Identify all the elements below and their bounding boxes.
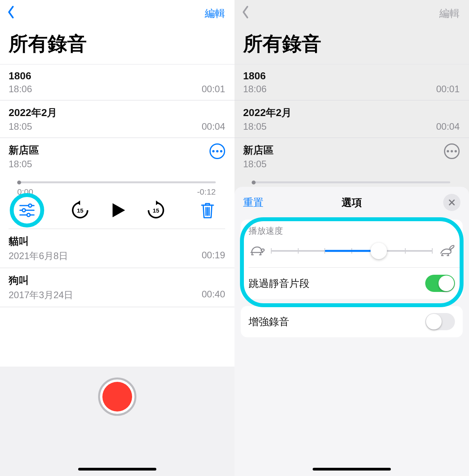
svg-marker-6	[77, 200, 80, 205]
skip-forward-15-button[interactable]: 15	[146, 200, 166, 220]
skip-silence-label: 跳過靜音片段	[249, 277, 310, 290]
reset-button[interactable]: 重置	[243, 196, 263, 209]
speed-row	[241, 239, 463, 267]
more-options-button[interactable]	[209, 143, 225, 159]
skip-silence-toggle[interactable]	[425, 275, 455, 292]
recording-time: 18:05	[243, 121, 267, 132]
ellipsis-icon	[447, 150, 457, 152]
more-options-button[interactable]	[444, 143, 460, 159]
sheet-header: 重置 選項	[241, 192, 463, 213]
enhance-row: 增強錄音	[241, 306, 463, 337]
record-bar	[0, 367, 234, 476]
recordings-list: 1806 18:0600:01 2022年2月 18:0500:04 新店區 1…	[234, 64, 469, 197]
recording-time: 18:05	[9, 121, 32, 132]
svg-point-3	[22, 209, 25, 212]
recording-row[interactable]: 2022年2月 18:0500:04	[234, 100, 469, 138]
recording-title: 1806	[9, 70, 225, 82]
sheet-title: 選項	[342, 196, 362, 209]
enhance-toggle[interactable]	[425, 313, 455, 330]
hare-icon	[439, 243, 455, 259]
recording-title: 貓叫	[9, 234, 225, 248]
playback-controls: 15 15	[9, 197, 225, 229]
delete-button[interactable]	[199, 201, 216, 219]
playback-settings-button[interactable]	[17, 200, 37, 220]
time-remaining: -0:12	[197, 187, 216, 197]
edit-button[interactable]: 編輯	[439, 7, 460, 20]
recording-duration: 00:04	[202, 121, 225, 132]
svg-point-16	[450, 250, 451, 251]
recording-title: 2022年2月	[9, 106, 225, 120]
svg-marker-9	[156, 200, 159, 205]
playback-speed-slider[interactable]	[271, 245, 432, 256]
recording-title: 新店區	[9, 143, 39, 157]
nav-bar: 編輯	[234, 0, 469, 23]
playback-speed-label: 播放速度	[241, 220, 463, 239]
recording-duration: 00:01	[436, 84, 460, 95]
recording-date: 2017年3月24日	[9, 289, 73, 301]
recording-title: 新店區	[243, 143, 274, 157]
tortoise-icon	[249, 243, 265, 259]
recording-title: 1806	[243, 70, 460, 82]
recording-row[interactable]: 貓叫 2021年6月8日00:19	[0, 229, 234, 268]
page-title: 所有錄音	[9, 31, 234, 57]
edit-button[interactable]: 編輯	[205, 7, 225, 20]
enhance-label: 增強錄音	[249, 315, 289, 329]
svg-point-1	[29, 204, 32, 207]
recording-time: 18:06	[9, 84, 32, 95]
svg-marker-8	[113, 203, 125, 217]
recording-time: 18:05	[9, 159, 32, 170]
close-button[interactable]	[443, 194, 460, 211]
speed-skip-card: 播放速度	[241, 220, 463, 299]
enhance-card: 增強錄音	[241, 306, 463, 337]
time-elapsed: 0:00	[17, 187, 33, 197]
back-button[interactable]	[7, 5, 15, 21]
recording-title: 狗叫	[9, 274, 225, 287]
recordings-list: 1806 18:0600:01 2022年2月 18:0500:04 新店區 1…	[0, 64, 234, 307]
recording-duration: 00:01	[202, 84, 225, 95]
home-indicator[interactable]	[313, 468, 391, 471]
options-sheet: 重置 選項 播放速度	[234, 187, 469, 476]
recording-duration: 00:40	[202, 289, 225, 301]
left-screen: 編輯 所有錄音 1806 18:0600:01 2022年2月 18:0500:…	[0, 0, 234, 476]
page-title: 所有錄音	[243, 31, 469, 57]
recording-row[interactable]: 2022年2月 18:0500:04	[0, 100, 234, 138]
recording-duration: 00:19	[202, 250, 225, 262]
recording-row[interactable]: 1806 18:0600:01	[234, 64, 469, 100]
recording-duration: 00:04	[436, 121, 460, 132]
playback-scrubber[interactable]: 0:00-0:12	[17, 181, 216, 197]
skip-back-15-button[interactable]: 15	[70, 200, 90, 220]
play-button[interactable]	[109, 201, 127, 220]
recording-date: 2021年6月8日	[9, 250, 68, 262]
recording-row[interactable]: 狗叫 2017年3月24日00:40	[0, 268, 234, 307]
recording-row-expanded: 新店區 18:05 0:00-0:12	[0, 138, 234, 229]
record-button[interactable]	[98, 378, 136, 416]
svg-point-5	[27, 213, 30, 217]
home-indicator[interactable]	[78, 468, 156, 471]
recording-time: 18:05	[243, 159, 267, 170]
nav-bar: 編輯	[0, 0, 234, 23]
ellipsis-icon	[212, 150, 222, 152]
back-button[interactable]	[242, 5, 249, 21]
recording-row[interactable]: 1806 18:0600:01	[0, 64, 234, 100]
recording-time: 18:06	[243, 84, 267, 95]
skip-silence-row: 跳過靜音片段	[241, 268, 463, 299]
right-screen: 編輯 所有錄音 1806 18:0600:01 2022年2月 18:0500:…	[234, 0, 469, 476]
svg-text:15: 15	[153, 207, 159, 214]
recording-title: 2022年2月	[243, 106, 460, 120]
svg-text:15: 15	[77, 207, 84, 214]
